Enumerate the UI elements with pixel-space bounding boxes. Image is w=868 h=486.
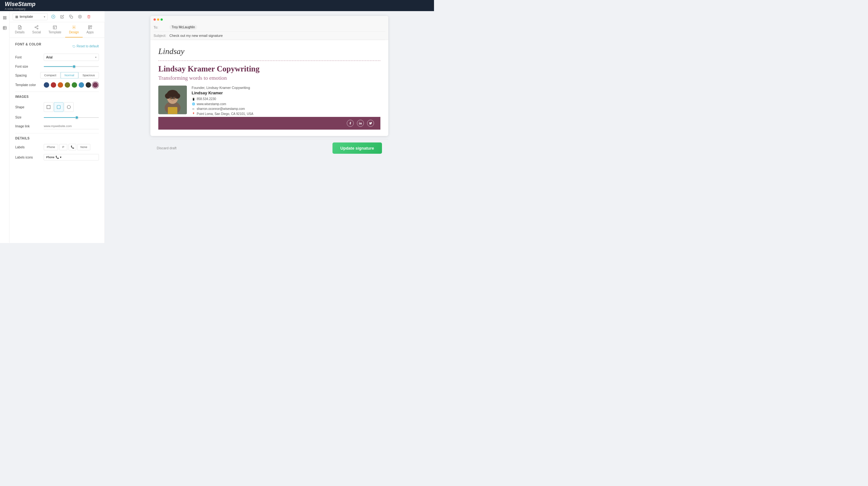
location-icon: 📍 xyxy=(192,112,195,116)
discard-draft-button[interactable]: Discard draft xyxy=(157,146,176,150)
phone-icon: 📱 xyxy=(192,97,195,101)
svg-rect-24 xyxy=(89,28,90,29)
images-title: IMAGES xyxy=(15,95,99,99)
sig-photo xyxy=(158,86,187,114)
slider-thumb[interactable] xyxy=(72,65,75,68)
panel-area: ▦ template ▾ xyxy=(9,11,105,243)
image-size-slider[interactable] xyxy=(44,116,99,119)
color-swatch-dark-blue[interactable] xyxy=(44,82,49,88)
edit-template-button[interactable] xyxy=(59,13,65,20)
preview-area: To: Troy McLaughlin Subject: Check out m… xyxy=(105,11,434,243)
slider-track xyxy=(44,66,99,67)
email-preview: To: Troy McLaughlin Subject: Check out m… xyxy=(150,16,388,136)
spacing-spacious-button[interactable]: Spacious xyxy=(79,72,99,79)
details-title: DETAILS xyxy=(15,137,99,140)
image-slider-thumb[interactable] xyxy=(75,116,79,119)
color-swatch-green[interactable] xyxy=(72,82,77,88)
svg-rect-44 xyxy=(168,107,177,114)
shape-label: Shape xyxy=(15,105,44,109)
image-size-label: Size xyxy=(15,116,44,119)
color-swatch-plum[interactable] xyxy=(93,82,98,88)
font-value: Arial xyxy=(46,56,95,59)
color-swatch-dark[interactable] xyxy=(86,82,91,88)
reset-label: Reset to default xyxy=(76,45,99,48)
update-signature-button[interactable]: Update signature xyxy=(333,143,382,154)
sig-job-title: Founder, Lindsay Kramer Copywriting xyxy=(192,86,380,90)
svg-rect-3 xyxy=(5,18,6,19)
sig-card: Founder, Lindsay Kramer Copywriting Lind… xyxy=(158,86,380,117)
labels-icons-dropdown[interactable]: Phone 📞 ▾ xyxy=(44,154,99,161)
spacing-row: Spacing Compact Normal Spacious xyxy=(15,72,99,79)
label-none-button[interactable]: None xyxy=(78,144,90,150)
color-swatch-orange[interactable] xyxy=(58,82,63,88)
image-link-control xyxy=(44,123,99,130)
signature-content: Lindsay Lindsay Kramer Copywriting Trans… xyxy=(150,40,388,136)
font-dropdown[interactable]: Arial ▾ xyxy=(44,54,99,61)
email-subject-field: Subject: Check out my new email signatur… xyxy=(154,32,385,40)
twitter-icon[interactable] xyxy=(367,120,374,127)
image-link-input[interactable] xyxy=(44,123,99,130)
svg-rect-11 xyxy=(71,16,73,19)
tab-details[interactable]: Details xyxy=(11,22,29,37)
dot-yellow xyxy=(157,19,159,21)
sidebar-item-table[interactable] xyxy=(1,25,8,31)
add-template-button[interactable] xyxy=(50,13,57,20)
tab-details-label: Details xyxy=(15,30,25,34)
template-color-row: Template color xyxy=(15,82,99,88)
labels-icons-control: Phone 📞 ▾ xyxy=(44,154,99,161)
font-size-slider[interactable] xyxy=(44,65,99,68)
color-swatch-light-blue[interactable] xyxy=(79,82,84,88)
shape-circle-button[interactable] xyxy=(64,102,73,112)
font-size-control xyxy=(44,65,99,68)
svg-rect-23 xyxy=(90,26,92,27)
svg-point-39 xyxy=(170,97,172,99)
color-swatches xyxy=(44,82,99,88)
color-swatch-red[interactable] xyxy=(51,82,56,88)
svg-point-45 xyxy=(359,122,360,123)
svg-rect-28 xyxy=(57,106,61,109)
svg-point-16 xyxy=(35,27,36,28)
template-selector[interactable]: ▦ template ▾ xyxy=(13,13,48,20)
image-slider-track xyxy=(44,117,99,118)
navbar: WiseStamp A vcita company xyxy=(0,0,434,11)
sig-address-row: 📍 Point Loma, San Diego, CA 92101, USA xyxy=(192,112,380,116)
top-bar: ▦ template ▾ xyxy=(9,11,105,22)
tab-design[interactable]: Design xyxy=(65,22,83,37)
reset-to-default-button[interactable]: Reset to default xyxy=(72,45,99,48)
svg-point-12 xyxy=(80,16,81,17)
spacing-compact-button[interactable]: Compact xyxy=(40,72,60,79)
label-phone-button[interactable]: Phone xyxy=(44,144,58,150)
linkedin-icon[interactable] xyxy=(357,120,364,127)
tab-social[interactable]: Social xyxy=(29,22,45,37)
spacing-normal-button[interactable]: Normal xyxy=(61,72,79,79)
spacing-label: Spacing xyxy=(15,74,40,77)
svg-rect-0 xyxy=(3,17,4,18)
svg-point-15 xyxy=(37,25,38,27)
labels-icons-arrow: ▾ xyxy=(60,155,62,159)
sig-social-banner xyxy=(158,117,380,130)
settings-button[interactable] xyxy=(77,13,83,20)
labels-group: Phone P 📞 None xyxy=(44,144,99,150)
delete-template-button[interactable] xyxy=(86,13,92,20)
label-p-button[interactable]: P xyxy=(59,144,67,150)
sig-name: Lindsay Kramer xyxy=(192,90,380,95)
copy-template-button[interactable] xyxy=(68,13,74,20)
design-panel: FONT & COLOR Reset to default Font Arial… xyxy=(9,38,105,243)
color-swatch-olive[interactable] xyxy=(65,82,70,88)
tab-template[interactable]: Template xyxy=(45,22,65,37)
facebook-icon[interactable] xyxy=(347,120,354,127)
tab-apps[interactable]: Apps xyxy=(83,22,98,37)
template-selector-text: template xyxy=(20,15,42,19)
sig-email-row: ✉ sharron.oconnor@wisestamp.com xyxy=(192,107,380,111)
labels-control: Phone P 📞 None xyxy=(44,144,99,150)
email-to-label: To: xyxy=(154,25,169,29)
email-dots xyxy=(154,19,385,21)
svg-rect-20 xyxy=(53,26,57,29)
label-phoneicon-button[interactable]: 📞 xyxy=(68,144,76,150)
sidebar-item-grid[interactable] xyxy=(1,14,8,21)
shape-square-button[interactable] xyxy=(44,102,53,112)
sig-company-name: Lindsay Kramer Copywriting xyxy=(158,64,380,74)
shape-rounded-button[interactable] xyxy=(54,102,63,112)
font-row: Font Arial ▾ xyxy=(15,54,99,61)
email-chrome: To: Troy McLaughlin Subject: Check out m… xyxy=(150,16,388,40)
